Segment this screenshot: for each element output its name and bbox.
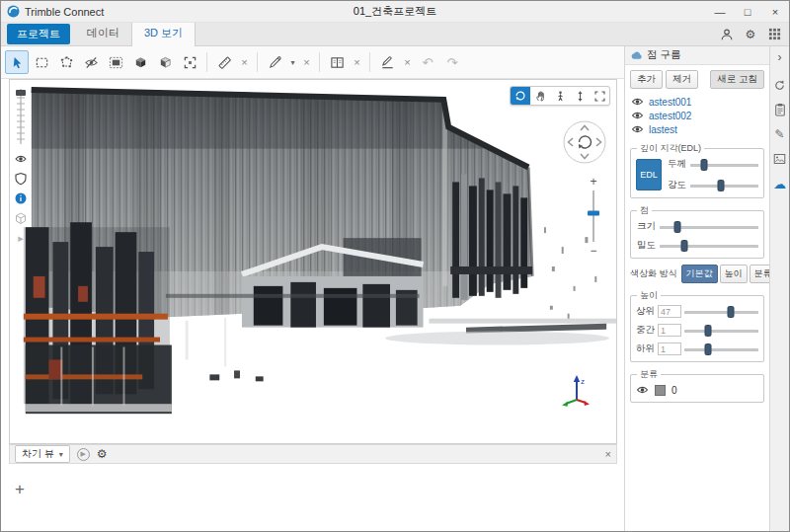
upper-slider[interactable] bbox=[684, 306, 758, 318]
box-mode-tool-button[interactable] bbox=[13, 210, 29, 226]
clear-measure-button[interactable]: × bbox=[237, 50, 252, 74]
user-button[interactable] bbox=[718, 26, 736, 43]
view-select-dropdown[interactable]: 차기 뷰 ▾ bbox=[15, 445, 70, 463]
markup-tool-button[interactable] bbox=[375, 50, 399, 74]
density-slider-thumb[interactable] bbox=[681, 240, 688, 252]
close-view-bar-button[interactable]: × bbox=[605, 448, 611, 460]
window-controls: — □ × bbox=[706, 1, 789, 22]
apps-button[interactable] bbox=[765, 26, 783, 43]
navigation-wheel[interactable] bbox=[562, 119, 607, 169]
lower-value-input[interactable] bbox=[658, 342, 681, 355]
info-tool-button[interactable] bbox=[13, 190, 29, 206]
rect-select-tool-button[interactable] bbox=[30, 50, 53, 74]
viewport-3d[interactable]: ▸ bbox=[9, 79, 617, 444]
middle-value-input[interactable] bbox=[658, 324, 681, 337]
eye-icon[interactable] bbox=[631, 123, 644, 135]
draw-tool-button[interactable] bbox=[263, 50, 286, 74]
classification-color-swatch[interactable] bbox=[655, 385, 666, 396]
clipboard-icon bbox=[774, 103, 786, 116]
walk-mode-button[interactable] bbox=[550, 87, 570, 105]
fit-view-button[interactable] bbox=[178, 50, 201, 74]
eye-icon[interactable] bbox=[636, 384, 649, 396]
walkthrough-play-button[interactable]: ▸ bbox=[13, 230, 29, 246]
zoom-out-button[interactable]: − bbox=[590, 244, 596, 258]
collapse-panel-button[interactable]: › bbox=[771, 48, 789, 66]
middle-slider[interactable] bbox=[684, 325, 758, 337]
draw-tool-caret[interactable]: ▾ bbox=[287, 50, 298, 74]
elevation-mode-button[interactable] bbox=[570, 87, 590, 105]
intensity-slider-thumb[interactable] bbox=[718, 180, 725, 191]
size-slider[interactable] bbox=[660, 221, 758, 233]
view-mode-buttons bbox=[510, 86, 610, 106]
add-view-button[interactable]: + bbox=[15, 480, 25, 499]
middle-slider-thumb[interactable] bbox=[705, 325, 712, 337]
hide-tool-button[interactable] bbox=[79, 50, 103, 74]
pointcloud-name[interactable]: lastest bbox=[649, 124, 677, 135]
thickness-slider[interactable] bbox=[690, 159, 758, 171]
intensity-slider[interactable] bbox=[690, 180, 758, 191]
lower-slider[interactable] bbox=[684, 343, 758, 355]
image-icon bbox=[773, 153, 786, 165]
todo-panel-button[interactable] bbox=[771, 101, 789, 118]
orbit-mode-button[interactable] bbox=[511, 87, 530, 105]
tab-bar: 프로젝트 데이터 3D 보기 ⚙ bbox=[1, 23, 789, 46]
clear-split-button[interactable]: × bbox=[350, 50, 364, 74]
edl-section-title: 깊이 지각(EDL) bbox=[637, 142, 704, 155]
pointcloud-panel-button[interactable]: ☁ bbox=[771, 175, 789, 192]
coloring-classification-button[interactable]: 분류 bbox=[750, 265, 769, 283]
list-item[interactable]: astest001 bbox=[631, 96, 763, 108]
box-section-tool-button[interactable] bbox=[153, 50, 177, 74]
visibility-tool-button[interactable] bbox=[13, 151, 29, 167]
upper-value-input[interactable] bbox=[658, 305, 681, 318]
polygon-select-tool-button[interactable] bbox=[54, 50, 78, 74]
measure-tool-button[interactable] bbox=[212, 50, 236, 74]
zoom-in-button[interactable]: + bbox=[590, 175, 596, 189]
views-panel-button[interactable] bbox=[771, 150, 789, 168]
list-item[interactable]: lastest bbox=[631, 123, 763, 135]
pointcloud-name[interactable]: astest002 bbox=[649, 111, 691, 121]
eye-icon[interactable] bbox=[631, 110, 644, 121]
pan-mode-button[interactable] bbox=[530, 87, 550, 105]
remove-pointcloud-button[interactable]: 제거 bbox=[666, 70, 698, 89]
select-tool-button[interactable] bbox=[5, 50, 29, 74]
add-pointcloud-button[interactable]: 추가 bbox=[630, 70, 663, 89]
coloring-default-button[interactable]: 기본값 bbox=[681, 265, 718, 283]
edl-toggle-button[interactable]: EDL bbox=[636, 159, 662, 190]
point-size-vertical-slider[interactable] bbox=[14, 86, 28, 147]
classification-section-title: 분류 bbox=[637, 368, 661, 381]
tab-data[interactable]: 데이터 bbox=[75, 22, 131, 45]
gear-icon: ⚙ bbox=[746, 28, 756, 41]
density-slider[interactable] bbox=[660, 240, 758, 252]
refresh-pointcloud-button[interactable]: 새로 고침 bbox=[710, 70, 764, 89]
project-button[interactable]: 프로젝트 bbox=[7, 24, 70, 44]
zoom-slider[interactable] bbox=[586, 190, 601, 242]
pointcloud-name[interactable]: astest001 bbox=[649, 97, 691, 108]
maximize-button[interactable]: □ bbox=[734, 1, 761, 22]
tab-3d-view[interactable]: 3D 보기 bbox=[131, 21, 196, 46]
coloring-height-button[interactable]: 높이 bbox=[720, 265, 748, 283]
play-views-button[interactable]: ▶ bbox=[77, 448, 90, 461]
upper-slider-thumb[interactable] bbox=[727, 306, 734, 318]
settings-button[interactable]: ⚙ bbox=[742, 26, 759, 43]
thickness-slider-thumb[interactable] bbox=[700, 159, 707, 171]
split-view-button[interactable] bbox=[325, 50, 349, 74]
redo-button[interactable]: ↷ bbox=[440, 50, 464, 74]
view-settings-button[interactable]: ⚙ bbox=[97, 447, 108, 461]
sync-panel-button[interactable] bbox=[771, 76, 789, 94]
minimize-button[interactable]: — bbox=[706, 1, 734, 22]
shield-tool-button[interactable] bbox=[13, 171, 29, 187]
lower-slider-thumb[interactable] bbox=[705, 343, 712, 355]
eye-icon[interactable] bbox=[631, 96, 644, 108]
clear-draw-button[interactable]: × bbox=[299, 50, 314, 74]
box-view-tool-button[interactable] bbox=[104, 50, 127, 74]
box-clip-tool-button[interactable] bbox=[128, 50, 152, 74]
viewport-fullscreen-button[interactable] bbox=[590, 87, 609, 105]
markup-panel-button[interactable]: ✎ bbox=[771, 125, 789, 143]
zoom-thumb[interactable] bbox=[588, 210, 599, 215]
size-slider-thumb[interactable] bbox=[674, 221, 681, 233]
list-item[interactable]: astest002 bbox=[631, 110, 763, 121]
clear-markup-button[interactable]: × bbox=[400, 50, 415, 74]
close-button[interactable]: × bbox=[761, 1, 789, 22]
undo-button[interactable]: ↶ bbox=[416, 50, 439, 74]
shield-icon bbox=[14, 172, 28, 186]
